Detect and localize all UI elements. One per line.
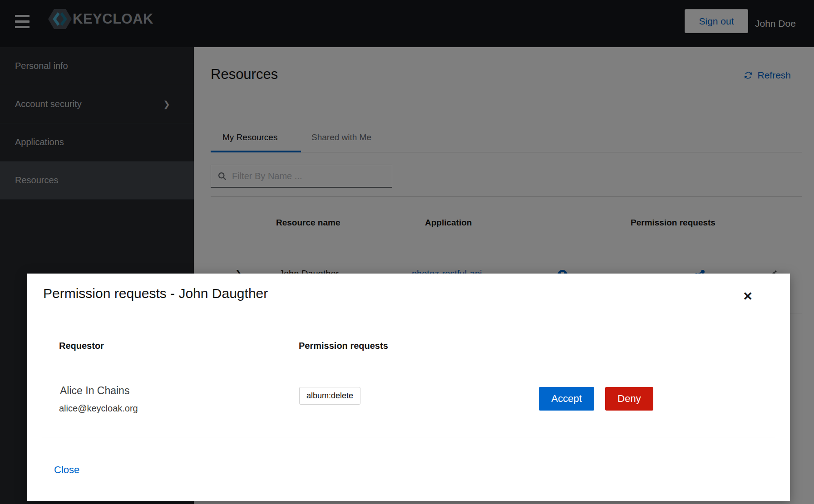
permission-requests-modal: Permission requests - John Daugther ✕ Re… [27, 274, 790, 501]
requestor-name: Alice In Chains [60, 385, 129, 397]
close-link[interactable]: Close [54, 464, 79, 476]
accept-button[interactable]: Accept [539, 387, 594, 411]
deny-button[interactable]: Deny [605, 387, 653, 411]
modal-column-permission-requests: Permission requests [299, 341, 388, 351]
modal-title: Permission requests - John Daugther [43, 286, 268, 301]
requestor-email: alice@keycloak.org [59, 403, 138, 414]
close-icon[interactable]: ✕ [743, 290, 753, 302]
modal-column-requestor: Requestor [59, 341, 104, 351]
modal-header-divider [42, 321, 775, 321]
modal-footer-divider [42, 437, 775, 437]
permission-chip: album:delete [299, 387, 360, 405]
